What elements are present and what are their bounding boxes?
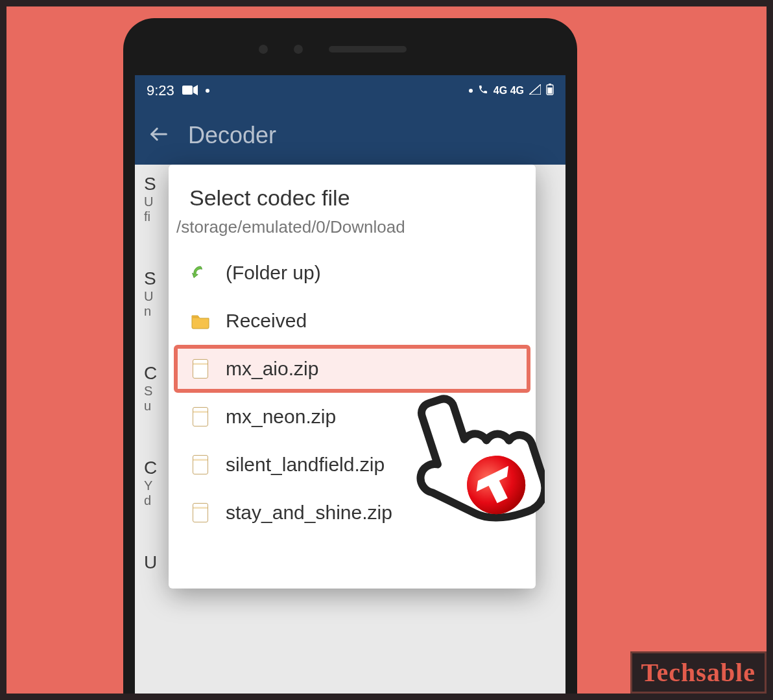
svg-rect-0 — [182, 86, 193, 95]
phone-frame: 9:23 4G 4G — [123, 18, 577, 700]
file-item[interactable]: stay_and_shine.zip — [174, 489, 530, 537]
file-picker-dialog: Select codec file /storage/emulated/0/Do… — [169, 165, 536, 589]
file-item[interactable]: mx_aio.zip — [174, 345, 530, 393]
folder-item[interactable]: Received — [174, 297, 530, 345]
folder-up-label: (Folder up) — [226, 262, 321, 284]
document-icon — [189, 454, 211, 476]
svg-rect-3 — [548, 88, 553, 94]
file-item[interactable]: mx_neon.zip — [174, 393, 530, 441]
dot-icon — [206, 89, 209, 93]
file-label: silent_landfield.zip — [226, 454, 385, 476]
document-icon — [189, 358, 211, 380]
battery-icon — [546, 84, 554, 98]
page-title: Decoder — [188, 122, 276, 149]
videocam-icon — [182, 82, 198, 99]
document-icon — [189, 406, 211, 428]
file-label: mx_aio.zip — [226, 358, 318, 380]
phone-icon — [478, 84, 488, 97]
folder-label: Received — [226, 310, 307, 332]
document-icon — [189, 502, 211, 524]
folder-up-icon — [189, 262, 211, 284]
status-time: 9:23 — [147, 82, 174, 99]
dot-icon — [469, 89, 473, 93]
network-label: 4G 4G — [494, 85, 524, 97]
folder-up-item[interactable]: (Folder up) — [174, 249, 530, 297]
status-bar: 9:23 4G 4G — [135, 75, 565, 106]
app-bar: Decoder — [135, 106, 565, 165]
folder-icon — [189, 310, 211, 332]
dialog-path: /storage/emulated/0/Download — [174, 217, 530, 249]
back-icon[interactable] — [148, 123, 170, 148]
file-label: stay_and_shine.zip — [226, 502, 392, 524]
phone-screen: 9:23 4G 4G — [135, 75, 565, 700]
file-label: mx_neon.zip — [226, 406, 336, 428]
dialog-title: Select codec file — [174, 183, 530, 217]
signal-icon — [529, 84, 541, 97]
file-item[interactable]: silent_landfield.zip — [174, 441, 530, 489]
watermark: Techsable — [630, 651, 767, 694]
background-content: SUfiSUnCSuCYdU Select codec file /storag… — [135, 165, 565, 700]
phone-sensors — [135, 30, 565, 69]
svg-rect-2 — [549, 84, 551, 85]
